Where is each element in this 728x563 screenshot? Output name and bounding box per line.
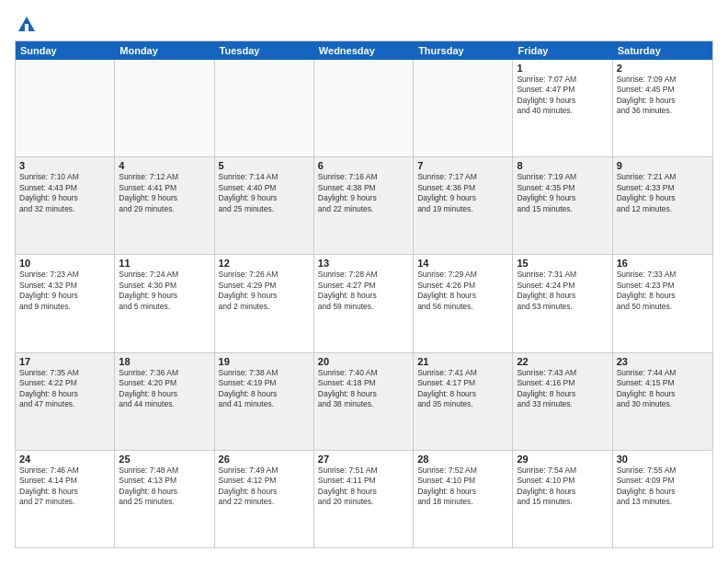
cal-cell-3-1: 10Sunrise: 7:23 AM Sunset: 4:32 PM Dayli…	[16, 255, 115, 351]
cal-cell-2-5: 7Sunrise: 7:17 AM Sunset: 4:36 PM Daylig…	[414, 157, 513, 254]
day-number: 27	[318, 454, 409, 465]
day-info: Sunrise: 7:55 AM Sunset: 4:09 PM Dayligh…	[617, 465, 709, 508]
cal-cell-3-4: 13Sunrise: 7:28 AM Sunset: 4:27 PM Dayli…	[314, 255, 414, 351]
day-info: Sunrise: 7:36 AM Sunset: 4:20 PM Dayligh…	[119, 368, 210, 410]
logo-text	[15, 15, 37, 35]
cal-cell-4-2: 18Sunrise: 7:36 AM Sunset: 4:20 PM Dayli…	[115, 353, 214, 450]
header	[15, 15, 713, 31]
cal-cell-4-1: 17Sunrise: 7:35 AM Sunset: 4:22 PM Dayli…	[16, 353, 115, 450]
cal-cell-1-7: 2Sunrise: 7:09 AM Sunset: 4:45 PM Daylig…	[613, 60, 712, 156]
day-number: 12	[219, 258, 310, 269]
day-number: 20	[318, 356, 409, 367]
day-info: Sunrise: 7:48 AM Sunset: 4:13 PM Dayligh…	[119, 465, 210, 508]
day-info: Sunrise: 7:52 AM Sunset: 4:10 PM Dayligh…	[417, 465, 508, 508]
day-info: Sunrise: 7:12 AM Sunset: 4:41 PM Dayligh…	[119, 172, 210, 214]
weekday-header-tuesday: Tuesday	[215, 41, 314, 60]
cal-cell-2-2: 4Sunrise: 7:12 AM Sunset: 4:41 PM Daylig…	[115, 157, 214, 254]
day-number: 18	[119, 356, 210, 367]
cal-cell-5-5: 28Sunrise: 7:52 AM Sunset: 4:10 PM Dayli…	[414, 451, 513, 547]
day-info: Sunrise: 7:21 AM Sunset: 4:33 PM Dayligh…	[617, 172, 709, 214]
day-number: 23	[617, 356, 709, 367]
cal-cell-5-3: 26Sunrise: 7:49 AM Sunset: 4:12 PM Dayli…	[215, 451, 314, 547]
day-number: 6	[318, 160, 409, 171]
svg-rect-1	[25, 24, 28, 31]
day-number: 3	[19, 160, 110, 171]
cal-cell-5-4: 27Sunrise: 7:51 AM Sunset: 4:11 PM Dayli…	[314, 451, 414, 547]
day-number: 16	[617, 258, 709, 269]
day-info: Sunrise: 7:31 AM Sunset: 4:24 PM Dayligh…	[517, 270, 608, 312]
day-number: 26	[219, 454, 310, 465]
cal-cell-1-6: 1Sunrise: 7:07 AM Sunset: 4:47 PM Daylig…	[513, 60, 612, 156]
day-number: 22	[517, 356, 608, 367]
cal-cell-1-5	[414, 60, 513, 156]
day-number: 24	[19, 454, 110, 465]
cal-cell-1-3	[215, 60, 314, 156]
day-number: 25	[119, 454, 210, 465]
day-number: 17	[19, 356, 110, 367]
day-number: 1	[517, 63, 608, 74]
cal-cell-5-6: 29Sunrise: 7:54 AM Sunset: 4:10 PM Dayli…	[513, 451, 612, 547]
calendar: SundayMondayTuesdayWednesdayThursdayFrid…	[15, 40, 713, 548]
weekday-header-sunday: Sunday	[16, 41, 115, 60]
day-info: Sunrise: 7:07 AM Sunset: 4:47 PM Dayligh…	[517, 75, 608, 117]
day-number: 10	[19, 258, 110, 269]
cal-cell-4-6: 22Sunrise: 7:43 AM Sunset: 4:16 PM Dayli…	[513, 353, 612, 450]
day-info: Sunrise: 7:49 AM Sunset: 4:12 PM Dayligh…	[219, 465, 310, 508]
cal-cell-1-2	[115, 60, 214, 156]
day-number: 13	[318, 258, 409, 269]
cal-cell-2-3: 5Sunrise: 7:14 AM Sunset: 4:40 PM Daylig…	[215, 157, 314, 254]
page: SundayMondayTuesdayWednesdayThursdayFrid…	[0, 0, 728, 563]
day-info: Sunrise: 7:54 AM Sunset: 4:10 PM Dayligh…	[517, 465, 608, 508]
calendar-header: SundayMondayTuesdayWednesdayThursdayFrid…	[16, 41, 712, 60]
cal-cell-4-7: 23Sunrise: 7:44 AM Sunset: 4:15 PM Dayli…	[613, 353, 712, 450]
cal-cell-5-1: 24Sunrise: 7:46 AM Sunset: 4:14 PM Dayli…	[16, 451, 115, 547]
cal-cell-1-1	[16, 60, 115, 156]
cal-cell-2-4: 6Sunrise: 7:16 AM Sunset: 4:38 PM Daylig…	[314, 157, 414, 254]
logo-icon	[17, 15, 37, 35]
cal-cell-3-2: 11Sunrise: 7:24 AM Sunset: 4:30 PM Dayli…	[115, 255, 214, 351]
day-info: Sunrise: 7:44 AM Sunset: 4:15 PM Dayligh…	[617, 368, 709, 410]
day-number: 19	[219, 356, 310, 367]
day-number: 5	[219, 160, 310, 171]
day-number: 7	[417, 160, 508, 171]
day-info: Sunrise: 7:43 AM Sunset: 4:16 PM Dayligh…	[517, 368, 608, 410]
weekday-header-thursday: Thursday	[414, 41, 513, 60]
day-number: 30	[617, 454, 709, 465]
calendar-row-4: 17Sunrise: 7:35 AM Sunset: 4:22 PM Dayli…	[16, 353, 712, 451]
day-info: Sunrise: 7:33 AM Sunset: 4:23 PM Dayligh…	[617, 270, 709, 312]
cal-cell-3-5: 14Sunrise: 7:29 AM Sunset: 4:26 PM Dayli…	[414, 255, 513, 351]
cal-cell-4-5: 21Sunrise: 7:41 AM Sunset: 4:17 PM Dayli…	[414, 353, 513, 450]
cal-cell-1-4	[314, 60, 414, 156]
cal-cell-2-6: 8Sunrise: 7:19 AM Sunset: 4:35 PM Daylig…	[513, 157, 612, 254]
day-info: Sunrise: 7:14 AM Sunset: 4:40 PM Dayligh…	[219, 172, 310, 214]
day-info: Sunrise: 7:35 AM Sunset: 4:22 PM Dayligh…	[19, 368, 110, 410]
day-info: Sunrise: 7:19 AM Sunset: 4:35 PM Dayligh…	[517, 172, 608, 214]
day-info: Sunrise: 7:41 AM Sunset: 4:17 PM Dayligh…	[417, 368, 508, 410]
cal-cell-2-1: 3Sunrise: 7:10 AM Sunset: 4:43 PM Daylig…	[16, 157, 115, 254]
calendar-row-2: 3Sunrise: 7:10 AM Sunset: 4:43 PM Daylig…	[16, 157, 712, 255]
cal-cell-4-3: 19Sunrise: 7:38 AM Sunset: 4:19 PM Dayli…	[215, 353, 314, 450]
day-info: Sunrise: 7:10 AM Sunset: 4:43 PM Dayligh…	[19, 172, 110, 214]
cal-cell-3-7: 16Sunrise: 7:33 AM Sunset: 4:23 PM Dayli…	[613, 255, 712, 351]
day-number: 28	[417, 454, 508, 465]
day-info: Sunrise: 7:09 AM Sunset: 4:45 PM Dayligh…	[617, 75, 709, 117]
cal-cell-3-6: 15Sunrise: 7:31 AM Sunset: 4:24 PM Dayli…	[513, 255, 612, 351]
day-number: 4	[119, 160, 210, 171]
weekday-header-wednesday: Wednesday	[314, 41, 414, 60]
weekday-header-friday: Friday	[513, 41, 612, 60]
day-info: Sunrise: 7:23 AM Sunset: 4:32 PM Dayligh…	[19, 270, 110, 312]
day-number: 8	[517, 160, 608, 171]
day-number: 21	[417, 356, 508, 367]
day-info: Sunrise: 7:24 AM Sunset: 4:30 PM Dayligh…	[119, 270, 210, 312]
day-info: Sunrise: 7:26 AM Sunset: 4:29 PM Dayligh…	[219, 270, 310, 312]
day-info: Sunrise: 7:38 AM Sunset: 4:19 PM Dayligh…	[219, 368, 310, 410]
cal-cell-5-7: 30Sunrise: 7:55 AM Sunset: 4:09 PM Dayli…	[613, 451, 712, 547]
cal-cell-5-2: 25Sunrise: 7:48 AM Sunset: 4:13 PM Dayli…	[115, 451, 214, 547]
day-info: Sunrise: 7:51 AM Sunset: 4:11 PM Dayligh…	[318, 465, 409, 508]
day-number: 14	[417, 258, 508, 269]
calendar-row-5: 24Sunrise: 7:46 AM Sunset: 4:14 PM Dayli…	[16, 451, 712, 547]
day-number: 2	[617, 63, 709, 74]
calendar-row-1: 1Sunrise: 7:07 AM Sunset: 4:47 PM Daylig…	[16, 60, 712, 157]
logo	[15, 15, 37, 31]
day-info: Sunrise: 7:16 AM Sunset: 4:38 PM Dayligh…	[318, 172, 409, 214]
